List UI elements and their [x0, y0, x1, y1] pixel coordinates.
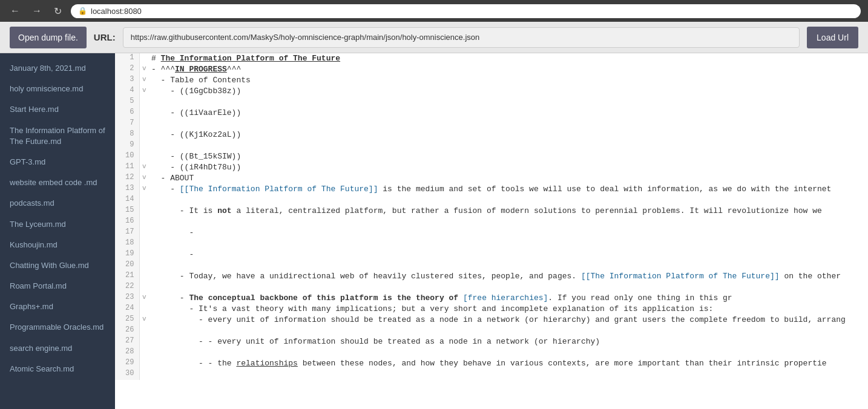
table-row: 18 [115, 238, 868, 249]
line-number: 24 [115, 304, 139, 315]
sidebar-item[interactable]: The Information Platform of The Future.m… [0, 120, 115, 152]
table-row: 6 - ((1iVaarEle)) [115, 108, 868, 119]
sidebar-item[interactable]: podcasts.md [0, 193, 115, 214]
line-content[interactable] [149, 347, 868, 358]
line-arrow [139, 271, 149, 282]
line-arrow [139, 108, 149, 119]
address-bar[interactable]: 🔒 localhost:8080 [71, 4, 861, 18]
line-number: 17 [115, 227, 139, 238]
line-arrow [139, 369, 149, 380]
line-arrow [139, 53, 149, 64]
line-number: 14 [115, 195, 139, 206]
sidebar-item[interactable]: Roam Portal.md [0, 276, 115, 296]
table-row: 8 - ((Kj1Koz2aL)) [115, 129, 868, 140]
sidebar-item[interactable]: GPT-3.md [0, 152, 115, 172]
table-row: 17 - [115, 227, 868, 238]
line-arrow [139, 206, 149, 217]
line-content[interactable] [149, 97, 868, 108]
sidebar-item[interactable]: Graphs+.md [0, 296, 115, 317]
line-content[interactable] [149, 326, 868, 336]
line-content[interactable]: - ABOUT [149, 173, 868, 184]
line-content[interactable] [149, 260, 868, 271]
line-arrow [139, 217, 149, 227]
table-row: 25v - every unit of information should b… [115, 315, 868, 326]
line-number: 16 [115, 217, 139, 227]
line-content[interactable] [149, 119, 868, 129]
refresh-button[interactable]: ↻ [51, 4, 65, 18]
line-content[interactable]: - [149, 249, 868, 260]
load-url-button[interactable]: Load Url [807, 27, 858, 48]
line-content[interactable]: - - every unit of information should be … [149, 336, 868, 347]
line-arrow [139, 336, 149, 347]
line-content[interactable]: - - the relationships between these node… [149, 358, 868, 369]
line-content[interactable] [149, 195, 868, 206]
sidebar-item[interactable]: Kushoujin.md [0, 235, 115, 255]
line-content[interactable]: - [[The Information Platform of The Futu… [149, 184, 868, 195]
line-content[interactable]: - It's a vast theory with many implicati… [149, 304, 868, 315]
back-button[interactable]: ← [7, 4, 23, 18]
table-row: 23v - The conceptual backbone of this pl… [115, 293, 868, 304]
table-row: 27 - - every unit of information should … [115, 336, 868, 347]
line-content[interactable]: - It is not a literal, centralized platf… [149, 206, 868, 217]
forward-button[interactable]: → [29, 4, 45, 18]
line-arrow: v [139, 293, 149, 304]
url-input[interactable] [123, 27, 800, 48]
sidebar-item[interactable]: search engine.md [0, 338, 115, 359]
toolbar: Open dump file. URL: Load Url [0, 22, 868, 53]
line-number: 11 [115, 162, 139, 173]
line-arrow [139, 227, 149, 238]
line-content[interactable]: - ((1GgCbb38z)) [149, 86, 868, 97]
sidebar-item[interactable]: holy omniscience.md [0, 79, 115, 99]
sidebar-item[interactable]: Start Here.md [0, 99, 115, 120]
line-content[interactable] [149, 238, 868, 249]
line-content[interactable]: - [149, 227, 868, 238]
line-content[interactable] [149, 140, 868, 151]
line-number: 6 [115, 108, 139, 119]
editor-area[interactable]: 1# The Information Platform of The Futur… [115, 53, 868, 409]
sidebar-item[interactable]: January 8th, 2021.md [0, 58, 115, 79]
sidebar-item[interactable]: website embed code .md [0, 172, 115, 193]
line-content[interactable] [149, 282, 868, 293]
table-row: 21 - Today, we have a unidirectional web… [115, 271, 868, 282]
table-row: 15 - It is not a literal, centralized pl… [115, 206, 868, 217]
line-content[interactable] [149, 369, 868, 380]
line-content[interactable]: - The conceptual backbone of this platfo… [149, 293, 868, 304]
line-number: 25 [115, 315, 139, 326]
line-content[interactable]: - ((Kj1Koz2aL)) [149, 129, 868, 140]
line-arrow: v [139, 184, 149, 195]
line-content[interactable]: - every unit of information should be tr… [149, 315, 868, 326]
line-arrow: v [139, 75, 149, 86]
line-number: 15 [115, 206, 139, 217]
line-content[interactable]: - Today, we have a unidirectional web of… [149, 271, 868, 282]
line-content[interactable]: - ^^^IN PROGRESS^^^ [149, 64, 868, 75]
editor-table: 1# The Information Platform of The Futur… [115, 53, 868, 380]
sidebar-item[interactable]: Chatting With Glue.md [0, 255, 115, 276]
line-content[interactable]: # The Information Platform of The Future [149, 53, 868, 64]
line-arrow [139, 304, 149, 315]
table-row: 29 - - the relationships between these n… [115, 358, 868, 369]
line-content[interactable]: - ((Bt_15kSIW)) [149, 151, 868, 162]
line-content[interactable]: - ((iR4hDt78u)) [149, 162, 868, 173]
line-number: 21 [115, 271, 139, 282]
line-number: 29 [115, 358, 139, 369]
line-content[interactable]: - ((1iVaarEle)) [149, 108, 868, 119]
table-row: 30 [115, 369, 868, 380]
line-number: 9 [115, 140, 139, 151]
table-row: 24 - It's a vast theory with many implic… [115, 304, 868, 315]
line-number: 4 [115, 86, 139, 97]
open-dump-button[interactable]: Open dump file. [10, 27, 87, 48]
browser-url: localhost:8080 [91, 7, 142, 16]
line-number: 10 [115, 151, 139, 162]
line-arrow [139, 238, 149, 249]
sidebar-item[interactable]: The Lyceum.md [0, 214, 115, 235]
line-content[interactable] [149, 217, 868, 227]
table-row: 4v - ((1GgCbb38z)) [115, 86, 868, 97]
sidebar-item[interactable]: Atomic Search.md [0, 359, 115, 379]
line-content[interactable]: - Table of Contents [149, 75, 868, 86]
sidebar-item[interactable]: Programmable Oracles.md [0, 317, 115, 338]
line-arrow [139, 347, 149, 358]
line-number: 5 [115, 97, 139, 108]
table-row: 3v - Table of Contents [115, 75, 868, 86]
table-row: 22 [115, 282, 868, 293]
line-number: 19 [115, 249, 139, 260]
